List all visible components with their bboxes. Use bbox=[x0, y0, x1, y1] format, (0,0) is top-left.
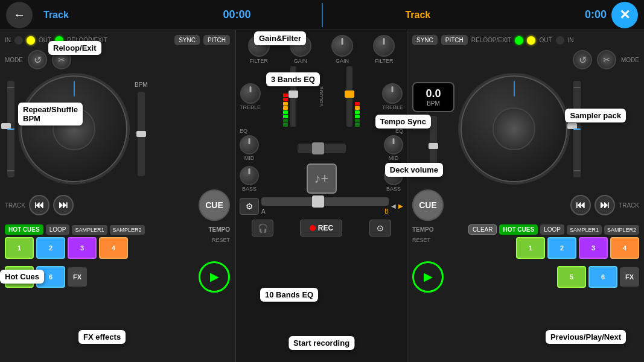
next-track-button-left[interactable]: ⏭ bbox=[53, 195, 74, 215]
treble-label-right: TREBLE bbox=[382, 104, 403, 110]
bass-knob-right[interactable] bbox=[384, 166, 403, 185]
mode-label-left: MODE bbox=[5, 57, 23, 63]
equalizer-tool-button[interactable]: ⚙ bbox=[240, 198, 259, 215]
mode-btn-2-right[interactable]: ✂ bbox=[597, 50, 616, 69]
sync-button-right[interactable]: SYNC bbox=[412, 35, 438, 45]
waveform-center-line bbox=[322, 3, 323, 27]
headphone-button[interactable]: 🎧 bbox=[252, 220, 273, 237]
mode-btn-1-right[interactable]: ↺ bbox=[573, 50, 592, 69]
in-label-left: IN bbox=[5, 37, 11, 43]
main-area: IN OUT RELOOP/EXIT SYNC PITCH MODE ↺ ✂ bbox=[0, 30, 644, 362]
eq-label-right: EQ bbox=[395, 128, 403, 134]
jog-wheel-right[interactable] bbox=[458, 73, 570, 185]
eq-label-left: EQ bbox=[240, 128, 247, 134]
pad-3-right[interactable]: 3 bbox=[579, 237, 608, 259]
tempo-label-right: TEMPO bbox=[412, 226, 434, 233]
treble-knob-right[interactable] bbox=[382, 83, 403, 104]
pad-3-left[interactable]: 3 bbox=[68, 237, 97, 259]
mid-knob-right[interactable] bbox=[384, 135, 403, 154]
rec-button[interactable]: REC bbox=[300, 220, 342, 237]
reloop-exit-label-right: RELOOP/EXIT bbox=[471, 37, 512, 43]
annotation-previous-play-next: Previous/Play/Next bbox=[546, 330, 626, 344]
fx-button-left[interactable]: FX bbox=[68, 267, 87, 287]
pad-5-left[interactable]: 5 bbox=[5, 266, 34, 288]
mid-knob-left[interactable] bbox=[240, 135, 259, 154]
reloop-led-left[interactable] bbox=[55, 36, 63, 45]
gain-knob-left[interactable] bbox=[290, 35, 311, 57]
bass-knob-left[interactable] bbox=[240, 166, 259, 185]
treble-label-left: TREBLE bbox=[240, 104, 261, 110]
vu-meter-right bbox=[355, 78, 360, 127]
gain-label-right: GAIN bbox=[336, 58, 349, 64]
sampler2-tab-right[interactable]: SAMPLER2 bbox=[604, 225, 639, 235]
track-label-right-bottom: TRACK bbox=[619, 202, 639, 209]
pad-4-left[interactable]: 4 bbox=[99, 237, 128, 259]
hot-cues-tab-left[interactable]: HOT CUES bbox=[5, 224, 43, 235]
back-button[interactable]: ← bbox=[6, 2, 33, 28]
headphone-mix[interactable] bbox=[298, 144, 346, 153]
in-label-right: IN bbox=[568, 37, 574, 43]
mode-btn-1-left[interactable]: ↺ bbox=[28, 50, 47, 69]
sampler2-tab-left[interactable]: SAMPLER2 bbox=[110, 225, 145, 235]
clear-button[interactable]: CLEAR bbox=[468, 224, 497, 235]
mode-btn-2-left[interactable]: ✂ bbox=[52, 50, 71, 69]
annotation-10bands-eq: 10 Bands EQ bbox=[260, 288, 318, 302]
pitch-slider-right-left[interactable] bbox=[138, 92, 145, 176]
in-led-left[interactable] bbox=[14, 36, 23, 45]
loop-tab-right[interactable]: LOOP bbox=[540, 224, 564, 235]
pitch-button-right[interactable]: PITCH bbox=[441, 35, 468, 45]
bass-label-left: BASS bbox=[242, 186, 257, 192]
pitch-slider-bpm-right[interactable] bbox=[430, 116, 437, 176]
hot-cues-tab-right[interactable]: HOT CUES bbox=[499, 224, 538, 235]
reset-label-right[interactable]: RESET bbox=[412, 237, 430, 243]
pitch-slider-right[interactable] bbox=[573, 81, 581, 177]
gain-knob-right[interactable] bbox=[331, 35, 353, 57]
pitch-button-left[interactable]: PITCH bbox=[203, 35, 230, 45]
pad-1-left[interactable]: 1 bbox=[5, 237, 34, 259]
prev-track-button-right[interactable]: ⏮ bbox=[570, 195, 591, 215]
sampler1-tab-right[interactable]: SAMPLER1 bbox=[567, 225, 602, 235]
pad-2-left[interactable]: 2 bbox=[36, 237, 65, 259]
prev-track-button-left[interactable]: ⏮ bbox=[29, 195, 49, 215]
time-display-right: 0:00 bbox=[585, 8, 607, 21]
jog-wheel-left[interactable] bbox=[18, 73, 130, 185]
filter-knob-right[interactable] bbox=[373, 35, 395, 57]
pitch-slider-left[interactable] bbox=[7, 81, 14, 177]
cue-button-right[interactable]: CUE bbox=[412, 189, 444, 221]
out-led-left[interactable] bbox=[27, 36, 35, 45]
pad-6-left[interactable]: 6 bbox=[36, 266, 65, 288]
sampler1-tab-left[interactable]: SAMPLER1 bbox=[72, 225, 107, 235]
pad-1-right[interactable]: 1 bbox=[516, 237, 545, 259]
in-led-right[interactable] bbox=[556, 36, 564, 45]
target-button[interactable]: ⊙ bbox=[369, 220, 391, 237]
filter-label-left: FILTER bbox=[249, 58, 267, 64]
filter-knob-left[interactable] bbox=[248, 35, 270, 57]
loop-tab-left[interactable]: LOOP bbox=[46, 224, 70, 235]
channel-fader-left[interactable] bbox=[290, 66, 296, 127]
pad-2-right[interactable]: 2 bbox=[547, 237, 576, 259]
close-button[interactable]: ✕ bbox=[611, 2, 638, 28]
sampler-add-button[interactable]: ♪+ bbox=[307, 164, 337, 194]
treble-knob-left[interactable] bbox=[240, 83, 261, 104]
pad-6-right[interactable]: 6 bbox=[588, 266, 617, 288]
fx-button-right[interactable]: FX bbox=[620, 267, 639, 287]
mode-label-right: MODE bbox=[621, 57, 639, 63]
reset-label-left[interactable]: RESET bbox=[212, 237, 230, 243]
play-button-left[interactable]: ▶ bbox=[199, 261, 230, 293]
cue-button-left[interactable]: CUE bbox=[199, 189, 230, 221]
play-button-right[interactable]: ▶ bbox=[412, 261, 444, 293]
reloop-led-right[interactable] bbox=[515, 36, 523, 45]
tempo-label-left: TEMPO bbox=[208, 226, 230, 233]
annotation-fx-effects: FX effects bbox=[78, 330, 126, 344]
crossfader[interactable]: A B bbox=[261, 197, 389, 215]
sync-button-left[interactable]: SYNC bbox=[174, 35, 200, 45]
next-track-button-right[interactable]: ⏭ bbox=[595, 195, 615, 215]
out-led-right[interactable] bbox=[527, 36, 535, 45]
pad-4-right[interactable]: 4 bbox=[610, 237, 639, 259]
top-bar: ← Track 00:00 Track 0:00 ✕ bbox=[0, 0, 644, 30]
annotation-start-recording: Start recording bbox=[289, 336, 354, 350]
vu-meter-left bbox=[283, 78, 288, 127]
volume-label: VOLUME bbox=[319, 86, 324, 107]
pad-5-right[interactable]: 5 bbox=[557, 266, 586, 288]
channel-fader-right[interactable] bbox=[346, 66, 352, 127]
